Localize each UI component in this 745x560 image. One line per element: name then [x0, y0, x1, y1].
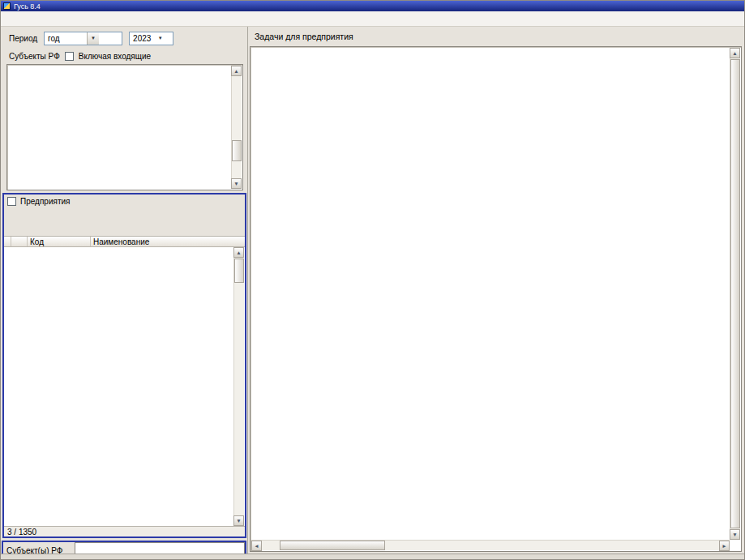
chevron-down-icon[interactable]: ▼	[87, 32, 99, 45]
title-bar[interactable]: Гусь 8.4	[1, 1, 744, 11]
column-header-code[interactable]: Код	[28, 237, 91, 246]
column-header-name[interactable]: Наименование	[91, 237, 245, 246]
app-icon	[3, 2, 11, 10]
menu-bar	[1, 11, 744, 27]
enterprises-grid: ▲ ▼	[4, 247, 245, 526]
app-window: Гусь 8.4 Период год ▼ 2023 ▼ Субъекты РФ…	[0, 0, 745, 560]
grid-icon-header	[11, 237, 28, 246]
horizontal-scrollbar[interactable]: ◄ ►	[251, 540, 730, 550]
subjects-tree: ▲ ▼	[6, 64, 243, 190]
enterprises-toolbar	[4, 207, 245, 236]
tasks-header: Задачи для предприятия	[248, 27, 743, 45]
scroll-down-arrow[interactable]: ▼	[730, 529, 740, 540]
tasks-panel: Задачи для предприятия ▲ ▼ ◄ ►	[247, 27, 743, 554]
status-strip	[1, 554, 744, 559]
period-year-value: 2023	[130, 34, 154, 43]
scrollbar-thumb[interactable]	[232, 140, 242, 161]
include-incoming-label: Включая входящие	[79, 52, 151, 61]
include-incoming-checkbox[interactable]	[65, 52, 74, 61]
period-type-value: год	[45, 34, 87, 43]
enterprises-header: Предприятия	[4, 195, 245, 207]
scroll-down-arrow[interactable]: ▼	[233, 515, 244, 526]
subjects-title: Субъекты РФ	[9, 52, 60, 61]
period-type-select[interactable]: год ▼	[44, 32, 122, 45]
scrollbar-thumb[interactable]	[730, 59, 740, 528]
main-area: Период год ▼ 2023 ▼ Субъекты РФ Включая …	[2, 27, 743, 554]
period-row: Период год ▼ 2023 ▼	[2, 29, 247, 47]
vertical-scrollbar[interactable]: ▲ ▼	[730, 48, 740, 540]
tasks-title: Задачи для предприятия	[255, 32, 353, 41]
grid-header: Код Наименование	[4, 236, 245, 247]
scrollbar-thumb[interactable]	[234, 259, 244, 283]
record-count: 3 / 1350	[4, 526, 245, 536]
scrollbar-thumb[interactable]	[280, 541, 385, 550]
subjects-header: Субъекты РФ Включая входящие	[2, 49, 247, 63]
scroll-up-arrow[interactable]: ▲	[233, 247, 244, 258]
scroll-up-arrow[interactable]: ▲	[730, 48, 740, 58]
left-panel: Период год ▼ 2023 ▼ Субъекты РФ Включая …	[2, 27, 247, 554]
window-title: Гусь 8.4	[14, 2, 41, 11]
vertical-scrollbar[interactable]: ▲ ▼	[233, 247, 244, 526]
scroll-left-arrow[interactable]: ◄	[251, 541, 262, 551]
scroll-right-arrow[interactable]: ►	[719, 541, 730, 551]
chevron-down-icon[interactable]: ▼	[154, 32, 166, 45]
enterprises-checkbox[interactable]	[7, 197, 16, 206]
grid-gutter-header	[4, 237, 11, 246]
period-year-select[interactable]: 2023 ▼	[129, 32, 173, 45]
enterprises-title: Предприятия	[20, 197, 70, 206]
scroll-down-arrow[interactable]: ▼	[231, 178, 242, 189]
vertical-scrollbar[interactable]: ▲ ▼	[231, 66, 242, 189]
tasks-tree: ▲ ▼ ◄ ►	[250, 46, 742, 552]
enterprises-panel: Предприятия Код Наименование ▲ ▼	[2, 193, 246, 538]
period-label: Период	[9, 34, 37, 43]
scroll-up-arrow[interactable]: ▲	[231, 66, 242, 76]
